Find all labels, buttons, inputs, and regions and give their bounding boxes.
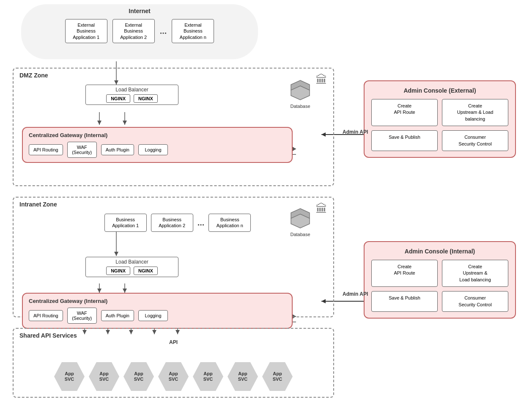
admin-api-label-ext: Admin API bbox=[343, 129, 368, 135]
admin-int-create-route: CreateAPI Route bbox=[371, 260, 438, 287]
gateway-dmz: Centralized Gateway (Internal) API Routi… bbox=[22, 127, 293, 163]
lb-intranet: Load Balancer NGINX NGINX bbox=[85, 257, 178, 277]
app-svc-7: AppSVC bbox=[262, 362, 293, 391]
comp-auth-dmz: Auth Plugin bbox=[101, 144, 134, 155]
nginx2-intra: NGINX bbox=[134, 267, 158, 275]
firewall-icon-intra: 🏛 bbox=[315, 202, 327, 216]
lb-box-intra: Load Balancer NGINX NGINX bbox=[85, 257, 178, 277]
nginx2-dmz: NGINX bbox=[134, 94, 158, 103]
diagram-container: Internet ExternalBusinessApplication 1 E… bbox=[0, 0, 532, 407]
comp-logging-dmz: Logging bbox=[138, 144, 168, 155]
nginx1-dmz: NGINX bbox=[106, 94, 130, 103]
dots-1: ... bbox=[160, 27, 167, 35]
comp-logging-intra: Logging bbox=[138, 310, 168, 321]
db-label-dmz: Database bbox=[288, 104, 313, 109]
admin-int-save: Save & Publish bbox=[371, 291, 438, 312]
internet-label: Internet bbox=[129, 8, 150, 14]
gateway-intra-title: Centralized Gateway (Internal) bbox=[29, 298, 286, 304]
ext-app-n: ExternalBusinessApplication n bbox=[172, 19, 214, 43]
comp-waf-dmz: WAF(Security) bbox=[67, 142, 97, 158]
shared-api-label: Shared API Services bbox=[19, 332, 77, 339]
lb-title-dmz: Load Balancer bbox=[89, 87, 175, 93]
admin-ext-upstream: CreateUpstream & Loadbalancing bbox=[442, 99, 508, 126]
ext-app-1: ExternalBusinessApplication 1 bbox=[65, 19, 107, 43]
firewall-icon-dmz: 🏛 bbox=[315, 73, 327, 87]
admin-ext-title: Admin Console (External) bbox=[371, 87, 508, 94]
comp-auth-intra: Auth Plugin bbox=[101, 310, 134, 321]
app-svc-5: AppSVC bbox=[193, 362, 223, 391]
admin-int-grid: CreateAPI Route CreateUpstream &Load bal… bbox=[371, 260, 508, 312]
app-svc-3: AppSVC bbox=[123, 362, 154, 391]
db-icon-intra bbox=[288, 206, 313, 230]
app-svc-6: AppSVC bbox=[228, 362, 258, 391]
dots-intra: ... bbox=[197, 218, 205, 227]
gateway-dmz-components: API Routing WAF(Security) Auth Plugin Lo… bbox=[29, 142, 286, 158]
biz-apps-row: BusinessApplication 1 BusinessApplicatio… bbox=[39, 214, 316, 232]
biz-app-2: BusinessApplication 2 bbox=[151, 214, 193, 232]
app-svc-4: AppSVC bbox=[158, 362, 189, 391]
admin-ext-save: Save & Publish bbox=[371, 130, 438, 151]
app-svc-row: AppSVC AppSVC AppSVC AppSVC AppSVC AppSV… bbox=[22, 362, 325, 391]
internet-cloud: Internet ExternalBusinessApplication 1 E… bbox=[21, 4, 258, 59]
biz-app-n: BusinessApplication n bbox=[208, 214, 251, 232]
gateway-intranet: Centralized Gateway (Internal) API Routi… bbox=[22, 293, 293, 329]
admin-console-ext: Admin Console (External) CreateAPI Route… bbox=[364, 80, 516, 158]
admin-ext-grid: CreateAPI Route CreateUpstream & Loadbal… bbox=[371, 99, 508, 151]
comp-api-routing-intra: API Routing bbox=[29, 310, 63, 321]
ext-apps-row: ExternalBusinessApplication 1 ExternalBu… bbox=[30, 19, 250, 43]
app-svc-2: AppSVC bbox=[89, 362, 119, 391]
admin-int-title: Admin Console (Internal) bbox=[371, 248, 508, 255]
comp-api-routing-dmz: API Routing bbox=[29, 144, 63, 155]
app-svc-1: AppSVC bbox=[54, 362, 85, 391]
lb-title-intra: Load Balancer bbox=[89, 259, 175, 265]
db-area-dmz: Database bbox=[288, 78, 313, 109]
api-center-label: API bbox=[169, 339, 178, 345]
shared-api-zone: Shared API Services API AppSVC AppSVC Ap… bbox=[13, 328, 334, 398]
intranet-zone: Intranet Zone 🏛 BusinessApplication 1 Bu… bbox=[13, 197, 334, 317]
ext-app-2: ExternalBusinessApplication 2 bbox=[112, 19, 155, 43]
admin-ext-create-route: CreateAPI Route bbox=[371, 99, 438, 126]
comp-waf-intra: WAF(Security) bbox=[67, 308, 97, 324]
admin-int-upstream: CreateUpstream &Load balancing bbox=[442, 260, 508, 287]
dmz-zone: DMZ Zone 🏛 Load Balancer NGINX NGINX Cen… bbox=[13, 68, 334, 186]
admin-int-consumer-security: ConsumerSecurity Control bbox=[442, 291, 508, 312]
intranet-label: Intranet Zone bbox=[19, 201, 57, 208]
biz-app-1: BusinessApplication 1 bbox=[104, 214, 147, 232]
admin-ext-consumer-security: ConsumerSecurity Control bbox=[442, 130, 508, 151]
db-icon-dmz bbox=[288, 78, 313, 102]
gateway-dmz-title: Centralized Gateway (Internal) bbox=[29, 132, 286, 138]
gateway-intra-components: API Routing WAF(Security) Auth Plugin Lo… bbox=[29, 308, 286, 324]
db-label-intra: Database bbox=[288, 232, 313, 237]
lb-dmz: Load Balancer NGINX NGINX bbox=[85, 85, 178, 105]
nginx-row-intra: NGINX NGINX bbox=[89, 267, 175, 275]
nginx-row-dmz: NGINX NGINX bbox=[89, 94, 175, 103]
admin-api-label-int: Admin API bbox=[343, 291, 368, 297]
lb-box-dmz: Load Balancer NGINX NGINX bbox=[85, 85, 178, 105]
nginx1-intra: NGINX bbox=[106, 267, 130, 275]
dmz-label: DMZ Zone bbox=[19, 72, 48, 79]
admin-console-int: Admin Console (Internal) CreateAPI Route… bbox=[364, 241, 516, 319]
db-area-intra: Database bbox=[288, 206, 313, 237]
